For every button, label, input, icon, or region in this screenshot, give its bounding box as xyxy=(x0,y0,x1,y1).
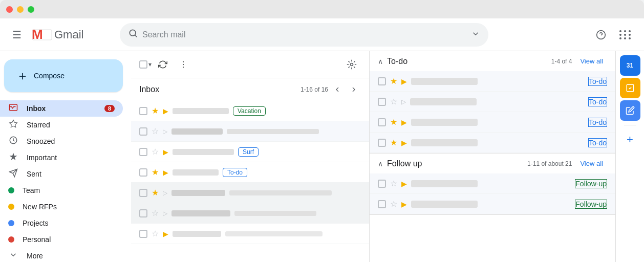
star-icon[interactable]: ★ xyxy=(152,167,159,177)
important-marker-icon[interactable]: ▶ xyxy=(401,200,407,208)
next-page-button[interactable] xyxy=(347,82,361,97)
select-all-area[interactable]: ▾ xyxy=(139,60,152,69)
important-marker-icon[interactable]: ▷ xyxy=(401,98,406,105)
star-icon[interactable]: ☆ xyxy=(152,229,159,238)
star-icon[interactable]: ☆ xyxy=(152,208,159,218)
followup-tag-area: Follow-up xyxy=(482,179,607,188)
tag-chip: To-do xyxy=(588,118,607,127)
table-row[interactable]: ☆ ▷ xyxy=(131,203,369,224)
row-checkbox[interactable] xyxy=(378,139,386,147)
star-icon[interactable]: ☆ xyxy=(390,97,397,106)
important-marker-icon[interactable]: ▶ xyxy=(163,168,168,177)
row-checkbox[interactable] xyxy=(139,127,147,136)
important-marker-icon[interactable]: ▶ xyxy=(163,148,168,156)
followup-view-all-button[interactable]: View all xyxy=(576,158,607,169)
list-item[interactable]: ☆ ▶ Follow-up xyxy=(370,194,615,214)
table-row[interactable]: ☆ ▷ xyxy=(131,121,369,142)
row-checkbox[interactable] xyxy=(139,148,147,156)
close-button[interactable] xyxy=(6,6,13,13)
tag-chip: Surf xyxy=(238,147,259,157)
sidebar-item-sent[interactable]: Sent xyxy=(0,166,123,182)
table-row[interactable]: ★ ▷ xyxy=(131,183,369,203)
sidebar-item-snoozed[interactable]: Snoozed xyxy=(0,133,123,149)
important-marker-icon[interactable]: ▶ xyxy=(401,77,407,85)
todo-expand-icon[interactable]: ∧ xyxy=(378,57,383,66)
star-icon[interactable]: ☆ xyxy=(390,179,397,188)
star-icon[interactable]: ☆ xyxy=(152,147,159,157)
important-marker-icon[interactable]: ▷ xyxy=(163,128,167,135)
menu-button[interactable]: ☰ xyxy=(8,25,26,45)
list-item[interactable]: ★ ▶ To-do xyxy=(370,71,615,92)
important-marker-icon[interactable]: ▶ xyxy=(401,139,407,147)
row-checkbox[interactable] xyxy=(378,180,386,188)
row-checkbox[interactable] xyxy=(139,209,147,217)
row-checkbox[interactable] xyxy=(139,168,147,177)
prev-page-button[interactable] xyxy=(330,82,345,97)
star-icon[interactable]: ☆ xyxy=(152,126,159,136)
settings-button[interactable] xyxy=(342,55,361,74)
followup-header: ∧ Follow up 1-11 of about 21 View all xyxy=(370,154,615,173)
followup-section: ∧ Follow up 1-11 of about 21 View all ☆ … xyxy=(370,154,615,215)
sidebar-item-more[interactable]: More xyxy=(0,248,123,262)
minimize-button[interactable] xyxy=(17,6,24,13)
compose-button[interactable]: ＋ Compose xyxy=(4,59,123,92)
row-checkbox[interactable] xyxy=(139,189,147,197)
list-item[interactable]: ★ ▶ To-do xyxy=(370,112,615,133)
followup-expand-icon[interactable]: ∧ xyxy=(378,160,383,168)
important-marker-icon[interactable]: ▷ xyxy=(163,189,167,196)
star-icon[interactable]: ★ xyxy=(152,188,159,198)
add-button[interactable]: + xyxy=(620,129,640,150)
row-checkbox[interactable] xyxy=(139,107,147,115)
sidebar-item-important[interactable]: Important xyxy=(0,149,123,166)
sidebar-item-team[interactable]: Team xyxy=(0,182,123,199)
important-marker-icon[interactable]: ▶ xyxy=(163,230,168,238)
sidebar-item-inbox[interactable]: Inbox 8 xyxy=(0,100,123,117)
search-bar[interactable] xyxy=(120,23,488,47)
table-row[interactable]: ★ ▶ Vacation xyxy=(131,101,369,121)
list-item[interactable]: ☆ ▷ To-do xyxy=(370,92,615,112)
sender-placeholder xyxy=(411,201,478,208)
table-row[interactable]: ☆ ▶ Surf xyxy=(131,142,369,162)
star-icon[interactable]: ★ xyxy=(390,138,397,147)
more-options-button[interactable] xyxy=(174,55,192,74)
sidebar: ＋ Compose Inbox 8 S xyxy=(0,51,131,262)
table-row[interactable]: ★ ▶ To-do xyxy=(131,162,369,183)
edit-button[interactable] xyxy=(620,100,640,121)
important-marker-icon[interactable]: ▷ xyxy=(163,210,167,217)
maximize-button[interactable] xyxy=(28,6,34,13)
row-checkbox[interactable] xyxy=(378,118,386,126)
tag-chip: To-do xyxy=(588,97,607,106)
select-dropdown-icon[interactable]: ▾ xyxy=(148,61,152,68)
sidebar-item-newrfps[interactable]: New RFPs xyxy=(0,199,123,215)
inbox-badge: 8 xyxy=(104,105,115,112)
todo-view-all-button[interactable]: View all xyxy=(576,55,607,67)
row-checkbox[interactable] xyxy=(378,77,386,85)
important-marker-icon[interactable]: ▶ xyxy=(163,107,168,115)
apps-button[interactable] xyxy=(615,25,636,45)
sidebar-item-personal[interactable]: Personal xyxy=(0,231,123,248)
sidebar-item-projects[interactable]: Projects xyxy=(0,215,123,231)
tasks-button[interactable] xyxy=(620,78,640,98)
search-input[interactable] xyxy=(142,30,467,39)
star-icon[interactable]: ★ xyxy=(152,106,159,116)
help-button[interactable] xyxy=(591,25,611,45)
row-checkbox[interactable] xyxy=(378,200,386,208)
table-row[interactable]: ☆ ▶ xyxy=(131,224,369,244)
star-icon[interactable]: ☆ xyxy=(390,199,397,209)
important-marker-icon[interactable]: ▶ xyxy=(401,118,407,126)
refresh-button[interactable] xyxy=(154,55,172,74)
list-item[interactable]: ★ ▶ To-do xyxy=(370,133,615,153)
inbox-header: Inbox 1-16 of 16 xyxy=(131,78,369,101)
side-divider xyxy=(624,125,636,125)
important-marker-icon[interactable]: ▶ xyxy=(401,180,407,188)
select-all-checkbox[interactable] xyxy=(139,60,147,69)
sender-placeholder xyxy=(410,98,477,105)
search-dropdown-icon[interactable] xyxy=(471,29,480,40)
star-icon[interactable]: ★ xyxy=(390,117,397,127)
star-icon[interactable]: ★ xyxy=(390,76,397,86)
list-item[interactable]: ☆ ▶ Follow-up xyxy=(370,173,615,194)
calendar-button[interactable]: 31 xyxy=(620,55,640,76)
sidebar-item-starred[interactable]: Starred xyxy=(0,117,123,133)
row-checkbox[interactable] xyxy=(139,230,147,238)
row-checkbox[interactable] xyxy=(378,98,386,106)
